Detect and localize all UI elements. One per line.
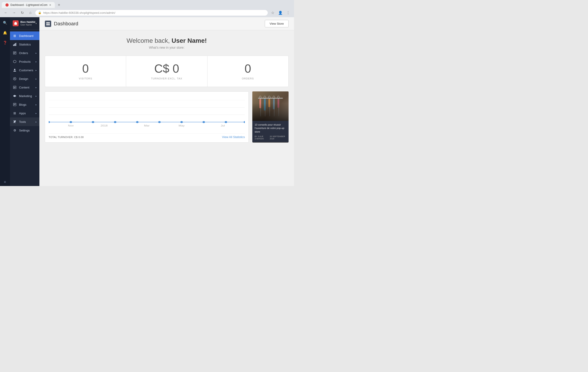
sidebar-label-apps: Apps (19, 111, 33, 115)
view-store-button[interactable]: View Store (265, 20, 289, 27)
home-button[interactable]: ⌂ (27, 10, 33, 16)
chart-area: Nov 2018 Mar May Jul (49, 95, 245, 131)
brand-info: Bien Habillié User Name (13, 20, 35, 26)
main-header: Dashboard View Store (39, 17, 294, 30)
svg-rect-3 (16, 43, 16, 46)
sidebar-item-products[interactable]: Products ▸ (10, 57, 39, 66)
welcome-subtitle: What's new in your store: (45, 46, 289, 49)
sidebar-item-statistics[interactable]: Statistics (10, 40, 39, 49)
customers-icon (13, 68, 17, 72)
sidebar-label-products: Products (19, 60, 33, 63)
menu-icon[interactable]: ⋮ (285, 10, 291, 16)
lock-icon: 🔒 (38, 11, 42, 14)
svg-rect-7 (14, 53, 15, 54)
page-title-area: Dashboard (45, 20, 78, 27)
chart-footer: TOTAL TURNOVER: C$ 0.00 View All Statist… (49, 133, 245, 139)
svg-rect-5 (14, 52, 16, 52)
menu-rail-icon[interactable]: ≡ (1, 178, 8, 185)
bookmark-icon[interactable]: ☆ (270, 10, 276, 16)
welcome-section: Welcome back, User Name! What's new in y… (45, 37, 289, 49)
news-author: BY JULIE ZABINSKI (255, 135, 270, 140)
news-image-overlay (252, 91, 289, 121)
new-tab-button[interactable]: + (56, 2, 62, 8)
tab-title: Dashboard - Lightspeed eCom (10, 3, 47, 7)
svg-rect-23 (48, 24, 50, 25)
sidebar-label-statistics: Statistics (19, 43, 37, 46)
svg-rect-2 (15, 43, 16, 46)
view-all-statistics-link[interactable]: View All Statistics (222, 135, 245, 139)
tab-favicon (5, 3, 9, 7)
sidebar-item-blogs[interactable]: Blogs ▸ (10, 100, 39, 109)
help-rail-icon[interactable]: ❓ (1, 39, 8, 46)
svg-rect-6 (14, 53, 16, 53)
sidebar-label-dashboard: Dashboard (19, 34, 37, 38)
svg-rect-21 (48, 22, 50, 23)
page-title: Dashboard (54, 21, 78, 27)
chart-svg: Nov 2018 Mar May Jul (49, 95, 245, 127)
svg-rect-1 (14, 44, 15, 46)
sidebar-item-settings[interactable]: ⚙ Settings (10, 126, 39, 135)
blogs-icon (13, 102, 17, 107)
news-card[interactable]: 10 conseils pour réussir l'ouverture de … (252, 91, 289, 142)
svg-text:May: May (178, 124, 185, 127)
svg-text:Nov: Nov (68, 124, 74, 127)
stat-card-orders: 0 ORDERS (208, 56, 288, 87)
stat-value-visitors: 0 (50, 63, 121, 74)
apps-icon: ⊞ (13, 111, 17, 115)
marketing-arrow-icon: ▸ (36, 95, 37, 97)
refresh-button[interactable]: ↻ (19, 10, 25, 16)
svg-point-28 (49, 121, 50, 123)
profile-icon[interactable]: 👤 (277, 10, 284, 16)
main-content: Dashboard View Store Welcome back, User … (39, 17, 294, 186)
notifications-rail-icon[interactable]: 🔔 (1, 30, 8, 36)
svg-rect-0 (13, 45, 14, 46)
statistics-icon (13, 42, 17, 46)
sidebar-item-dashboard[interactable]: ⊞ Dashboard (10, 31, 39, 40)
sidebar-label-settings: Settings (19, 129, 37, 132)
page-icon (45, 20, 51, 27)
design-arrow-icon: ▸ (36, 78, 37, 80)
tools-icon (13, 120, 17, 124)
blogs-arrow-icon: ▸ (36, 103, 37, 106)
address-bar[interactable]: 🔒 https://bien-habillie-606338.shoplight… (35, 10, 268, 16)
svg-point-33 (158, 121, 161, 123)
news-body: 10 conseils pour réussir l'ouverture de … (252, 121, 289, 142)
news-meta: BY JULIE ZABINSKI 20 SEPTEMBER 2018 (255, 135, 286, 140)
svg-point-30 (92, 121, 94, 123)
dashboard-body: Welcome back, User Name! What's new in y… (39, 30, 294, 186)
sidebar-item-marketing[interactable]: Marketing ▸ (10, 92, 39, 100)
svg-rect-22 (46, 24, 48, 25)
svg-point-35 (202, 121, 205, 123)
back-button[interactable]: ← (3, 10, 9, 16)
customers-arrow-icon: ▸ (36, 69, 37, 71)
sidebar-item-orders[interactable]: Orders ▸ (10, 49, 39, 57)
sidebar-item-customers[interactable]: Customers ▸ (10, 66, 39, 74)
svg-point-8 (14, 69, 15, 70)
sidebar-item-design[interactable]: Design ▸ (10, 74, 39, 83)
svg-point-36 (225, 121, 227, 123)
apps-arrow-icon: ▸ (36, 112, 37, 114)
svg-point-29 (70, 121, 72, 123)
sidebar-label-orders: Orders (19, 51, 33, 55)
svg-rect-20 (46, 22, 48, 23)
stat-value-turnover: C$ 0 (131, 63, 202, 74)
forward-button[interactable]: → (11, 10, 17, 16)
marketing-icon (13, 94, 17, 98)
sidebar-item-tools[interactable]: Tools ▸ (10, 117, 39, 126)
sidebar-header: Bien Habillié User Name ▾ (10, 17, 39, 30)
stat-card-turnover: C$ 0 TURNOVER EXCL. TAX (126, 56, 207, 87)
bottom-section: Nov 2018 Mar May Jul TOTAL TURNOVER: C$ … (45, 91, 289, 142)
content-icon (13, 85, 17, 89)
active-tab[interactable]: Dashboard - Lightspeed eCom ✕ (2, 2, 55, 8)
tab-close[interactable]: ✕ (49, 4, 51, 7)
search-rail-icon[interactable]: 🔍 (1, 20, 8, 26)
brand-logo (13, 20, 19, 26)
sidebar-item-apps[interactable]: ⊞ Apps ▸ (10, 109, 39, 117)
sidebar-label-blogs: Blogs (19, 103, 33, 106)
sidebar-item-content[interactable]: Content ▸ (10, 83, 39, 92)
stat-value-orders: 0 (212, 63, 284, 74)
brand-user: User Name (20, 23, 35, 26)
svg-point-10 (14, 78, 15, 79)
sidebar-label-content: Content (19, 86, 33, 89)
brand-dropdown-icon[interactable]: ▾ (36, 22, 37, 25)
